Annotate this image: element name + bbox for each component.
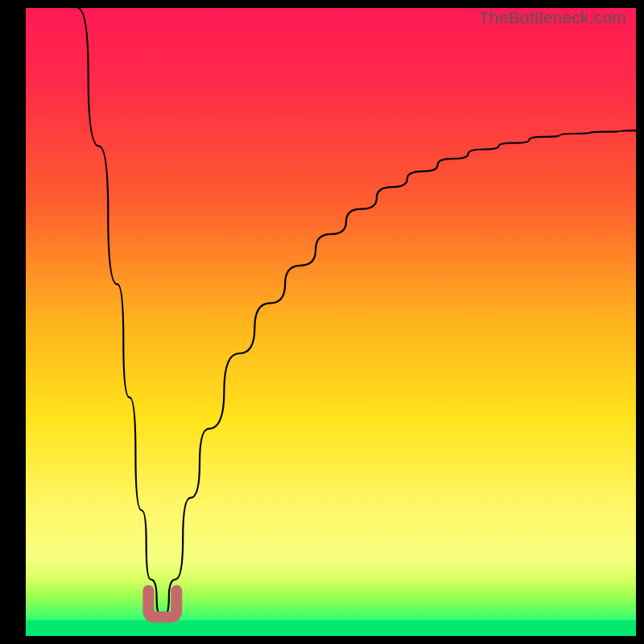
chart-frame: TheBottleneck.com <box>26 8 636 636</box>
chart-svg <box>26 8 636 636</box>
green-band <box>26 621 636 637</box>
watermark-text: TheBottleneck.com <box>479 8 626 27</box>
gradient-background <box>26 8 636 636</box>
plot-area: TheBottleneck.com <box>26 8 636 636</box>
